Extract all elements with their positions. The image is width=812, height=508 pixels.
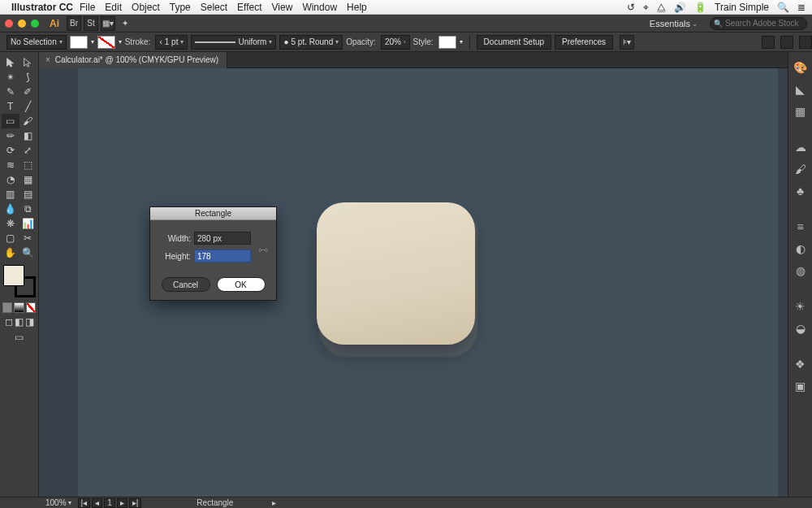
graphic-style-swatch[interactable]	[438, 36, 456, 49]
style-dropdown-icon[interactable]: ▾	[460, 38, 463, 46]
mesh-tool[interactable]: ▥	[2, 187, 19, 202]
lasso-tool[interactable]: ⟆	[19, 70, 37, 85]
bluetooth-icon[interactable]: ⌖	[643, 2, 649, 13]
artboard-tool[interactable]: ▢	[2, 231, 19, 245]
symbols-panel-icon[interactable]: ♣	[791, 181, 810, 201]
type-tool[interactable]: T	[2, 99, 19, 114]
gradient-tool[interactable]: ▤	[19, 187, 37, 202]
artboard-number[interactable]: 1	[104, 498, 115, 508]
selection-tool[interactable]	[2, 55, 19, 70]
transparency-panel-icon[interactable]: ◍	[791, 261, 810, 280]
align-options-button[interactable]: ⊧▾	[620, 35, 634, 50]
swatches-panel-icon[interactable]: ▦	[791, 102, 810, 121]
user-menu[interactable]: Train Simple	[715, 2, 769, 13]
document-tab[interactable]: × Calculator.ai* @ 100% (CMYK/GPU Previe…	[39, 52, 227, 68]
shape-panel-button[interactable]	[799, 36, 812, 49]
bridge-button[interactable]: Br	[67, 16, 81, 31]
arrange-documents-button[interactable]: ▦▾	[101, 16, 115, 31]
curvature-tool[interactable]: ✐	[19, 85, 37, 99]
rectangle-tool[interactable]: ▭	[2, 114, 19, 128]
menu-select[interactable]: Select	[201, 2, 227, 13]
pencil-tool[interactable]: ✏	[2, 128, 19, 143]
stroke-weight-input[interactable]: ‹1 pt▾	[155, 35, 188, 50]
app-menu[interactable]: Illustrator CC	[11, 2, 73, 13]
last-artboard-button[interactable]: ▸|	[129, 498, 142, 508]
search-stock-input[interactable]: Search Adobe Stock	[710, 17, 807, 30]
magic-wand-tool[interactable]: ✴	[2, 70, 19, 85]
gradient-panel-icon[interactable]: ◐	[791, 239, 810, 258]
eyedropper-tool[interactable]: 💧	[2, 202, 19, 216]
next-artboard-button[interactable]: ▸	[117, 498, 127, 508]
wifi-icon[interactable]: ⧋	[657, 2, 666, 13]
fill-dropdown-icon[interactable]: ▾	[91, 38, 94, 46]
blend-tool[interactable]: ⧉	[19, 202, 37, 216]
menu-view[interactable]: View	[272, 2, 293, 13]
chevron-down-icon[interactable]: ⌄	[692, 20, 698, 28]
close-tab-icon[interactable]: ×	[45, 55, 50, 64]
prev-artboard-button[interactable]: ◂	[92, 498, 102, 508]
perspective-tool[interactable]: ▦	[19, 172, 37, 187]
appearance-panel-icon[interactable]: ☀	[791, 297, 810, 316]
graph-tool[interactable]: 📊	[19, 216, 37, 231]
none-mode-button[interactable]	[26, 302, 36, 313]
layers-panel-icon[interactable]: ❖	[791, 354, 810, 374]
libraries-panel-icon[interactable]: ☁	[791, 137, 810, 157]
stroke-swatch[interactable]	[97, 36, 115, 49]
draw-behind-button[interactable]: ◧	[14, 316, 24, 327]
artwork-rounded-rect[interactable]	[317, 202, 475, 345]
rotate-tool[interactable]: ⟳	[2, 143, 19, 158]
free-transform-tool[interactable]: ⬚	[19, 158, 37, 172]
constrain-proportions-icon[interactable]: ⧟	[258, 244, 268, 255]
draw-inside-button[interactable]: ◨	[24, 316, 35, 327]
slice-tool[interactable]: ✂	[19, 231, 37, 245]
color-guide-panel-icon[interactable]: ◣	[791, 80, 810, 99]
gpu-preview-button[interactable]: ✦	[118, 16, 132, 31]
zoom-level[interactable]: 100%▾	[45, 498, 71, 507]
menu-extras-icon[interactable]: ≣	[797, 2, 806, 13]
stroke-profile-dropdown[interactable]: Uniform▾	[191, 35, 276, 50]
first-artboard-button[interactable]: |◂	[78, 498, 91, 508]
cancel-button[interactable]: Cancel	[162, 277, 210, 292]
pen-tool[interactable]: ✎	[2, 85, 19, 99]
workspace-switcher[interactable]: Essentials	[650, 19, 690, 28]
height-input[interactable]	[194, 250, 251, 263]
menu-effect[interactable]: Effect	[237, 2, 261, 13]
brush-definition-dropdown[interactable]: ●5 pt. Round▾	[279, 35, 343, 50]
opacity-input[interactable]: 20%›	[381, 35, 410, 50]
gradient-mode-button[interactable]	[14, 302, 24, 313]
spotlight-icon[interactable]: 🔍	[777, 2, 789, 13]
scale-tool[interactable]: ⤢	[19, 143, 37, 158]
color-panel-icon[interactable]: 🎨	[791, 58, 810, 77]
draw-normal-button[interactable]: ◻	[3, 316, 14, 327]
line-tool[interactable]: ╱	[19, 99, 37, 114]
battery-icon[interactable]: 🔋	[694, 2, 706, 13]
ok-button[interactable]: OK	[217, 277, 266, 292]
color-mode-button[interactable]	[2, 302, 12, 313]
stroke-dropdown-icon[interactable]: ▾	[119, 38, 122, 46]
eraser-tool[interactable]: ◧	[19, 128, 37, 143]
hand-tool[interactable]: ✋	[2, 245, 19, 260]
fill-color-icon[interactable]	[3, 265, 24, 286]
transform-panel-button[interactable]	[762, 36, 775, 49]
status-menu-icon[interactable]: ▸	[272, 498, 276, 507]
selection-indicator[interactable]: No Selection▾	[6, 35, 67, 50]
brushes-panel-icon[interactable]: 🖌	[791, 159, 810, 179]
align-panel-button[interactable]	[780, 36, 793, 49]
artboards-panel-icon[interactable]: ▣	[791, 376, 810, 396]
menu-edit[interactable]: Edit	[105, 2, 122, 13]
zoom-tool[interactable]: 🔍	[19, 245, 37, 260]
direct-selection-tool[interactable]	[19, 55, 37, 70]
volume-icon[interactable]: 🔊	[674, 2, 686, 13]
fill-stroke-control[interactable]	[3, 265, 36, 297]
close-window-button[interactable]	[5, 20, 13, 28]
fullscreen-window-button[interactable]	[31, 20, 39, 28]
paintbrush-tool[interactable]: 🖌	[19, 114, 37, 128]
symbol-sprayer-tool[interactable]: ❋	[2, 216, 19, 231]
document-setup-button[interactable]: Document Setup	[477, 35, 552, 50]
minimize-window-button[interactable]	[18, 20, 26, 28]
width-input[interactable]	[194, 232, 251, 245]
preferences-button[interactable]: Preferences	[555, 35, 613, 50]
menu-type[interactable]: Type	[170, 2, 191, 13]
menu-help[interactable]: Help	[347, 2, 367, 13]
screen-mode-button[interactable]: ▭	[11, 330, 28, 345]
